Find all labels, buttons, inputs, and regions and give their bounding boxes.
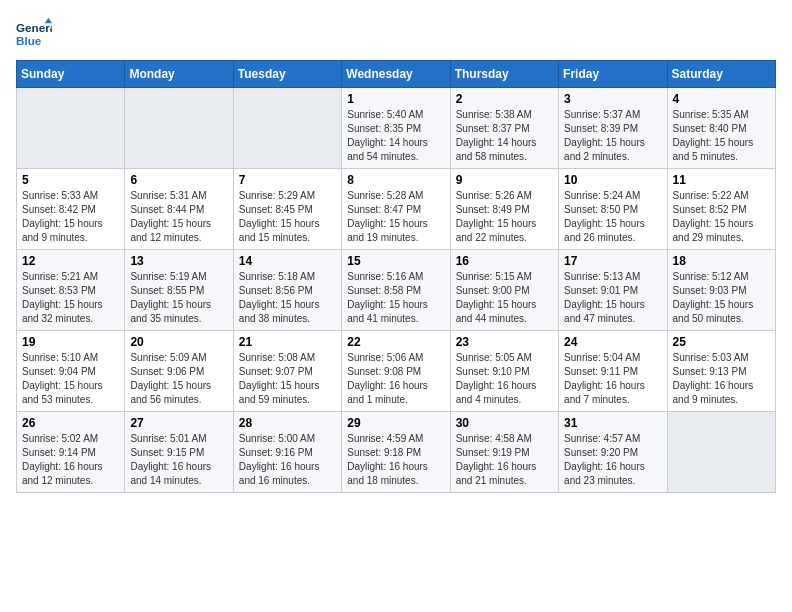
calendar-cell: 25Sunrise: 5:03 AMSunset: 9:13 PMDayligh… (667, 331, 775, 412)
day-number: 13 (130, 254, 227, 268)
day-info: Sunrise: 5:00 AMSunset: 9:16 PMDaylight:… (239, 432, 336, 488)
day-number: 17 (564, 254, 661, 268)
day-info: Sunrise: 5:04 AMSunset: 9:11 PMDaylight:… (564, 351, 661, 407)
day-of-week-header: Tuesday (233, 61, 341, 88)
calendar-cell (17, 88, 125, 169)
day-info: Sunrise: 5:13 AMSunset: 9:01 PMDaylight:… (564, 270, 661, 326)
calendar-cell (233, 88, 341, 169)
day-number: 7 (239, 173, 336, 187)
calendar-cell: 11Sunrise: 5:22 AMSunset: 8:52 PMDayligh… (667, 169, 775, 250)
day-info: Sunrise: 5:21 AMSunset: 8:53 PMDaylight:… (22, 270, 119, 326)
day-info: Sunrise: 5:26 AMSunset: 8:49 PMDaylight:… (456, 189, 553, 245)
calendar-cell (125, 88, 233, 169)
day-number: 29 (347, 416, 444, 430)
day-info: Sunrise: 5:37 AMSunset: 8:39 PMDaylight:… (564, 108, 661, 164)
calendar-cell: 19Sunrise: 5:10 AMSunset: 9:04 PMDayligh… (17, 331, 125, 412)
calendar-cell: 27Sunrise: 5:01 AMSunset: 9:15 PMDayligh… (125, 412, 233, 493)
calendar-cell: 10Sunrise: 5:24 AMSunset: 8:50 PMDayligh… (559, 169, 667, 250)
calendar-cell: 12Sunrise: 5:21 AMSunset: 8:53 PMDayligh… (17, 250, 125, 331)
day-info: Sunrise: 5:18 AMSunset: 8:56 PMDaylight:… (239, 270, 336, 326)
calendar-cell: 14Sunrise: 5:18 AMSunset: 8:56 PMDayligh… (233, 250, 341, 331)
day-number: 28 (239, 416, 336, 430)
day-info: Sunrise: 5:08 AMSunset: 9:07 PMDaylight:… (239, 351, 336, 407)
day-number: 1 (347, 92, 444, 106)
calendar-week-row: 5Sunrise: 5:33 AMSunset: 8:42 PMDaylight… (17, 169, 776, 250)
day-info: Sunrise: 5:16 AMSunset: 8:58 PMDaylight:… (347, 270, 444, 326)
calendar-cell: 15Sunrise: 5:16 AMSunset: 8:58 PMDayligh… (342, 250, 450, 331)
header: General Blue (16, 16, 776, 52)
day-number: 25 (673, 335, 770, 349)
day-number: 5 (22, 173, 119, 187)
day-of-week-header: Monday (125, 61, 233, 88)
day-info: Sunrise: 5:01 AMSunset: 9:15 PMDaylight:… (130, 432, 227, 488)
calendar-week-row: 26Sunrise: 5:02 AMSunset: 9:14 PMDayligh… (17, 412, 776, 493)
day-of-week-header: Friday (559, 61, 667, 88)
day-info: Sunrise: 5:28 AMSunset: 8:47 PMDaylight:… (347, 189, 444, 245)
day-info: Sunrise: 5:15 AMSunset: 9:00 PMDaylight:… (456, 270, 553, 326)
calendar-cell: 29Sunrise: 4:59 AMSunset: 9:18 PMDayligh… (342, 412, 450, 493)
calendar-cell: 13Sunrise: 5:19 AMSunset: 8:55 PMDayligh… (125, 250, 233, 331)
day-info: Sunrise: 5:09 AMSunset: 9:06 PMDaylight:… (130, 351, 227, 407)
calendar-cell: 20Sunrise: 5:09 AMSunset: 9:06 PMDayligh… (125, 331, 233, 412)
day-info: Sunrise: 5:22 AMSunset: 8:52 PMDaylight:… (673, 189, 770, 245)
day-number: 24 (564, 335, 661, 349)
day-number: 10 (564, 173, 661, 187)
calendar-cell: 9Sunrise: 5:26 AMSunset: 8:49 PMDaylight… (450, 169, 558, 250)
calendar-week-row: 12Sunrise: 5:21 AMSunset: 8:53 PMDayligh… (17, 250, 776, 331)
day-number: 18 (673, 254, 770, 268)
calendar-cell: 23Sunrise: 5:05 AMSunset: 9:10 PMDayligh… (450, 331, 558, 412)
logo-icon: General Blue (16, 16, 52, 52)
day-number: 2 (456, 92, 553, 106)
day-number: 3 (564, 92, 661, 106)
calendar-cell: 28Sunrise: 5:00 AMSunset: 9:16 PMDayligh… (233, 412, 341, 493)
day-info: Sunrise: 5:29 AMSunset: 8:45 PMDaylight:… (239, 189, 336, 245)
calendar-cell: 7Sunrise: 5:29 AMSunset: 8:45 PMDaylight… (233, 169, 341, 250)
day-number: 26 (22, 416, 119, 430)
day-info: Sunrise: 5:12 AMSunset: 9:03 PMDaylight:… (673, 270, 770, 326)
calendar-cell: 3Sunrise: 5:37 AMSunset: 8:39 PMDaylight… (559, 88, 667, 169)
calendar-cell: 2Sunrise: 5:38 AMSunset: 8:37 PMDaylight… (450, 88, 558, 169)
day-info: Sunrise: 4:57 AMSunset: 9:20 PMDaylight:… (564, 432, 661, 488)
calendar-cell: 4Sunrise: 5:35 AMSunset: 8:40 PMDaylight… (667, 88, 775, 169)
day-number: 14 (239, 254, 336, 268)
calendar-cell: 21Sunrise: 5:08 AMSunset: 9:07 PMDayligh… (233, 331, 341, 412)
day-info: Sunrise: 5:40 AMSunset: 8:35 PMDaylight:… (347, 108, 444, 164)
day-info: Sunrise: 5:33 AMSunset: 8:42 PMDaylight:… (22, 189, 119, 245)
day-of-week-header: Thursday (450, 61, 558, 88)
day-number: 21 (239, 335, 336, 349)
calendar-cell: 5Sunrise: 5:33 AMSunset: 8:42 PMDaylight… (17, 169, 125, 250)
day-info: Sunrise: 5:24 AMSunset: 8:50 PMDaylight:… (564, 189, 661, 245)
day-info: Sunrise: 5:06 AMSunset: 9:08 PMDaylight:… (347, 351, 444, 407)
day-number: 30 (456, 416, 553, 430)
calendar-cell: 16Sunrise: 5:15 AMSunset: 9:00 PMDayligh… (450, 250, 558, 331)
day-number: 8 (347, 173, 444, 187)
day-of-week-header: Saturday (667, 61, 775, 88)
calendar-cell: 17Sunrise: 5:13 AMSunset: 9:01 PMDayligh… (559, 250, 667, 331)
day-info: Sunrise: 4:59 AMSunset: 9:18 PMDaylight:… (347, 432, 444, 488)
day-info: Sunrise: 4:58 AMSunset: 9:19 PMDaylight:… (456, 432, 553, 488)
day-info: Sunrise: 5:38 AMSunset: 8:37 PMDaylight:… (456, 108, 553, 164)
calendar-cell (667, 412, 775, 493)
day-info: Sunrise: 5:19 AMSunset: 8:55 PMDaylight:… (130, 270, 227, 326)
day-number: 23 (456, 335, 553, 349)
calendar-cell: 24Sunrise: 5:04 AMSunset: 9:11 PMDayligh… (559, 331, 667, 412)
day-info: Sunrise: 5:35 AMSunset: 8:40 PMDaylight:… (673, 108, 770, 164)
calendar-cell: 8Sunrise: 5:28 AMSunset: 8:47 PMDaylight… (342, 169, 450, 250)
day-number: 4 (673, 92, 770, 106)
svg-text:Blue: Blue (16, 34, 42, 47)
calendar-cell: 26Sunrise: 5:02 AMSunset: 9:14 PMDayligh… (17, 412, 125, 493)
day-number: 27 (130, 416, 227, 430)
calendar-cell: 18Sunrise: 5:12 AMSunset: 9:03 PMDayligh… (667, 250, 775, 331)
calendar-cell: 6Sunrise: 5:31 AMSunset: 8:44 PMDaylight… (125, 169, 233, 250)
day-info: Sunrise: 5:02 AMSunset: 9:14 PMDaylight:… (22, 432, 119, 488)
day-number: 16 (456, 254, 553, 268)
day-info: Sunrise: 5:10 AMSunset: 9:04 PMDaylight:… (22, 351, 119, 407)
calendar-cell: 30Sunrise: 4:58 AMSunset: 9:19 PMDayligh… (450, 412, 558, 493)
calendar-week-row: 19Sunrise: 5:10 AMSunset: 9:04 PMDayligh… (17, 331, 776, 412)
day-number: 22 (347, 335, 444, 349)
logo: General Blue (16, 16, 52, 52)
day-info: Sunrise: 5:05 AMSunset: 9:10 PMDaylight:… (456, 351, 553, 407)
calendar-header-row: SundayMondayTuesdayWednesdayThursdayFrid… (17, 61, 776, 88)
day-info: Sunrise: 5:03 AMSunset: 9:13 PMDaylight:… (673, 351, 770, 407)
day-of-week-header: Wednesday (342, 61, 450, 88)
